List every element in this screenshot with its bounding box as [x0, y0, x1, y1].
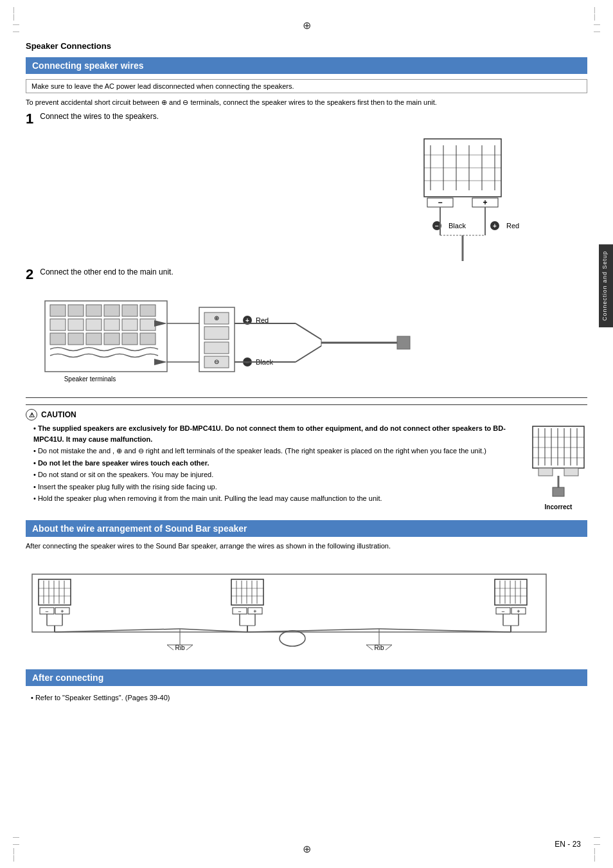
after-connecting-item: Refer to "Speaker Settings". (Pages 39-4… — [31, 694, 582, 701]
svg-marker-59 — [154, 320, 167, 327]
svg-rect-27 — [86, 305, 102, 316]
caution-incorrect-image: − + Incorrect — [529, 423, 587, 511]
svg-rect-25 — [50, 305, 66, 316]
reg-mark-top: ⊕ — [26, 19, 587, 32]
svg-rect-68 — [533, 426, 584, 468]
svg-rect-38 — [68, 333, 84, 345]
svg-text:Rib: Rib — [374, 644, 384, 651]
svg-rect-47 — [204, 327, 229, 339]
section2-header: About the wire arrangement of Sound Bar … — [26, 520, 587, 537]
after-connecting-list: Refer to "Speaker Settings". (Pages 39-4… — [26, 691, 587, 704]
svg-rect-85 — [32, 574, 546, 632]
svg-rect-32 — [68, 319, 84, 330]
corner-mark-bl: ——|| — [13, 833, 19, 862]
after-connecting-section: After connecting Refer to "Speaker Setti… — [26, 669, 587, 704]
side-tab: Connection and Setup — [599, 244, 613, 327]
incorrect-label: Incorrect — [529, 503, 587, 511]
svg-text:⊕: ⊕ — [214, 314, 219, 321]
svg-text:Red: Red — [506, 222, 519, 230]
corner-mark-br: ——|| — [594, 833, 600, 862]
svg-rect-103 — [231, 579, 263, 605]
svg-line-142 — [167, 645, 173, 650]
svg-rect-29 — [122, 305, 138, 316]
svg-rect-31 — [50, 319, 66, 330]
svg-text:⊖: ⊖ — [214, 358, 219, 365]
svg-text:Black: Black — [449, 222, 466, 230]
svg-text:−: − — [438, 198, 442, 207]
svg-rect-86 — [39, 579, 71, 605]
svg-text:+: + — [483, 198, 487, 207]
corner-mark-tl: ||—— — [13, 6, 19, 35]
svg-rect-30 — [140, 305, 155, 316]
caution-text: The supplied speakers are exclusively fo… — [26, 423, 523, 511]
step1-content: Connect the wires to the speakers. — [40, 112, 159, 122]
caution-item-5: Insert the speaker plug fully with the r… — [26, 482, 523, 493]
section2-intro: After connecting the speaker wires to th… — [26, 542, 587, 550]
svg-rect-34 — [104, 319, 120, 330]
svg-text:+: + — [493, 222, 497, 230]
caution-icon: ⚠ — [26, 409, 37, 420]
svg-line-148 — [386, 645, 392, 650]
wire-arrangement-section: About the wire arrangement of Sound Bar … — [26, 520, 587, 660]
svg-text:+: + — [253, 608, 256, 615]
svg-text:−: − — [238, 608, 241, 615]
svg-marker-60 — [154, 359, 167, 365]
caution-heading: CAUTION — [41, 410, 76, 419]
caution-item-1: The supplied speakers are exclusively fo… — [26, 423, 523, 444]
intro-text: To prevent accidental short circuit betw… — [26, 98, 587, 107]
svg-rect-36 — [140, 319, 155, 330]
wire-arrangement-diagram: − + — [26, 555, 587, 660]
section-heading: Speaker Connections — [26, 41, 587, 51]
corner-mark-tr: ||—— — [594, 6, 600, 35]
caution-item-6: Hold the speaker plug when removing it f… — [26, 493, 523, 504]
svg-point-121 — [280, 631, 305, 646]
caution-item-2: Do not mistake the and , ⊕ and ⊖ right a… — [26, 446, 523, 457]
svg-rect-122 — [495, 579, 527, 605]
svg-rect-28 — [104, 305, 120, 316]
section1-header: Connecting speaker wires — [26, 57, 587, 74]
svg-text:Rib: Rib — [175, 644, 184, 651]
svg-line-64 — [296, 346, 321, 362]
notice-box: Make sure to leave the AC power lead dis… — [26, 79, 587, 93]
caution-divider — [26, 397, 587, 398]
svg-rect-84 — [553, 487, 564, 496]
speaker-diagram-1: − + − Black + Red — [26, 132, 587, 274]
section3-header: After connecting — [26, 669, 587, 686]
step1-number: 1 — [26, 112, 33, 126]
svg-text:−: − — [435, 222, 439, 230]
svg-rect-48 — [204, 342, 229, 354]
caution-item-4: Do not stand or sit on the speakers. You… — [26, 469, 523, 480]
svg-rect-39 — [86, 333, 102, 345]
caution-item-3: Do not let the bare speaker wires touch … — [26, 458, 523, 469]
svg-text:−: − — [45, 608, 48, 615]
svg-line-147 — [366, 645, 373, 650]
svg-rect-35 — [122, 319, 138, 330]
svg-text:−: − — [501, 608, 504, 615]
caution-list: The supplied speakers are exclusively fo… — [26, 423, 523, 504]
svg-text:+: + — [517, 608, 520, 615]
caution-title: ⚠ CAUTION — [26, 409, 587, 420]
svg-line-143 — [186, 645, 193, 650]
svg-line-63 — [296, 323, 321, 339]
svg-rect-37 — [50, 333, 66, 345]
svg-rect-67 — [397, 336, 410, 349]
svg-rect-41 — [122, 333, 138, 345]
svg-text:+: + — [60, 608, 64, 615]
svg-rect-33 — [86, 319, 102, 330]
svg-rect-81 — [538, 468, 553, 476]
svg-rect-42 — [140, 333, 155, 345]
caution-section: ⚠ CAUTION The supplied speakers are excl… — [26, 404, 587, 511]
svg-rect-82 — [564, 468, 578, 476]
svg-rect-40 — [104, 333, 120, 345]
page-number: EN - 23 — [555, 840, 581, 849]
svg-text:Speaker terminals: Speaker terminals — [64, 375, 116, 383]
svg-rect-26 — [68, 305, 84, 316]
speaker-diagram-2: Speaker terminals ⊕ ⊖ + Red − Black — [26, 288, 587, 391]
reg-mark-bottom: ⊕ — [303, 843, 311, 855]
